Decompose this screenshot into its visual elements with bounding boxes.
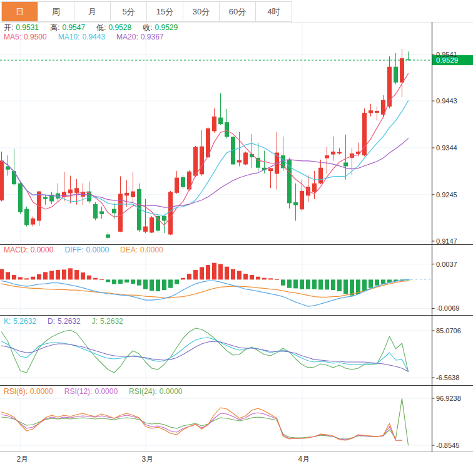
- indicator-value: 0.0000: [94, 387, 118, 396]
- indicator-reading: 收:0.9529: [143, 23, 180, 32]
- indicator-value: 0.9531: [16, 23, 39, 32]
- indicator-reading: D:5.2632: [48, 317, 83, 326]
- indicator-reading: MACD:0.0000: [4, 246, 56, 254]
- indicator-value: 5.2632: [58, 317, 81, 326]
- macd-tick-label: 0.0037: [436, 261, 457, 268]
- indicator-label: MA20:: [116, 33, 138, 41]
- rsi-tick-label: -0.8545: [436, 442, 459, 449]
- price-tick-label: 0.9147: [436, 237, 457, 245]
- macd-histogram: [0, 263, 410, 296]
- indicator-label: MACD:: [4, 246, 28, 254]
- indicator-reading: K:5.2632: [4, 317, 39, 326]
- macd-info-row: MACD:0.0000DIFF:0.0000DEA:0.0000: [4, 246, 175, 254]
- rsi-tick-label: 96.9238: [436, 395, 461, 402]
- indicator-value: 0.9443: [82, 33, 105, 41]
- indicator-label: K:: [4, 317, 11, 326]
- indicator-reading: RSI(24):0.0000: [129, 387, 185, 396]
- x-axis-month-label: 2月: [17, 455, 29, 463]
- indicator-value: 0.0000: [30, 387, 53, 396]
- indicator-value: 5.2632: [100, 317, 123, 326]
- indicator-reading: 高:0.9547: [50, 23, 88, 32]
- indicator-label: MA10:: [58, 33, 80, 41]
- indicator-reading: 开:0.9531: [4, 23, 41, 32]
- candlestick-series: [0, 49, 410, 239]
- indicator-reading: DIFF:0.0000: [64, 246, 111, 254]
- indicator-reading: J:5.2632: [92, 317, 126, 326]
- kdj-tick-label: -6.5638: [436, 374, 459, 381]
- chart-app: 日周月5分15分30分60分4时 开:0.9531高:0.9547低:0.952…: [0, 0, 473, 476]
- indicator-value: 0.0000: [86, 246, 109, 254]
- indicator-value: 0.0000: [160, 387, 183, 396]
- price-tick-label: 0.9541: [436, 51, 457, 58]
- indicator-reading: MA20:0.9367: [116, 33, 166, 41]
- indicator-reading: MA5:0.9500: [4, 33, 49, 41]
- indicator-reading: RSI(6):0.0000: [4, 387, 56, 396]
- indicator-value: 0.9529: [155, 23, 178, 32]
- indicator-label: DEA:: [120, 246, 138, 254]
- indicator-label: D:: [48, 317, 55, 326]
- indicator-label: J:: [92, 317, 98, 326]
- indicator-label: 高:: [50, 23, 59, 32]
- indicator-label: 收:: [143, 23, 152, 32]
- indicator-label: RSI(12):: [64, 387, 93, 396]
- indicator-label: 开:: [4, 23, 13, 32]
- indicator-reading: RSI(12):0.0000: [64, 387, 120, 396]
- indicator-reading: DEA:0.0000: [120, 246, 166, 254]
- macd-tick-label: -0.0069: [436, 304, 459, 312]
- price-tick-label: 0.9344: [436, 144, 457, 152]
- indicator-reading: MA10:0.9443: [58, 33, 108, 41]
- ohlc-info-row: 开:0.9531高:0.9547低:0.9528收:0.9529: [4, 23, 189, 33]
- indicator-value: 0.9367: [141, 33, 164, 41]
- kdj-info-row: K:5.2632D:5.2632J:5.2632: [4, 317, 135, 326]
- x-axis-month-label: 3月: [142, 455, 154, 463]
- kdj-tick-label: 85.0706: [436, 327, 461, 334]
- indicator-label: MA5:: [4, 33, 21, 41]
- indicator-label: 低:: [96, 23, 106, 32]
- price-tick-label: 0.9443: [436, 97, 457, 105]
- indicator-value: 0.9528: [108, 23, 131, 32]
- indicator-label: DIFF:: [64, 246, 83, 254]
- indicator-value: 0.0000: [31, 246, 54, 254]
- indicator-reading: 低:0.9528: [96, 23, 134, 32]
- indicator-value: 0.9500: [24, 33, 47, 41]
- indicator-value: 5.2632: [13, 317, 36, 326]
- price-tick-label: 0.9245: [436, 191, 457, 199]
- rsi-info-row: RSI(6):0.0000RSI(12):0.0000RSI(24):0.000…: [4, 387, 194, 396]
- indicator-value: 0.0000: [140, 246, 163, 254]
- x-axis-month-label: 4月: [298, 455, 310, 463]
- ma-info-row: MA5:0.9500MA10:0.9443MA20:0.9367: [4, 33, 175, 41]
- indicator-label: RSI(24):: [129, 387, 157, 396]
- candlestick-chart-canvas[interactable]: 0.95290.95410.94430.93440.92450.91470.00…: [0, 0, 473, 476]
- indicator-value: 0.9547: [62, 23, 85, 32]
- indicator-label: RSI(6):: [4, 387, 28, 396]
